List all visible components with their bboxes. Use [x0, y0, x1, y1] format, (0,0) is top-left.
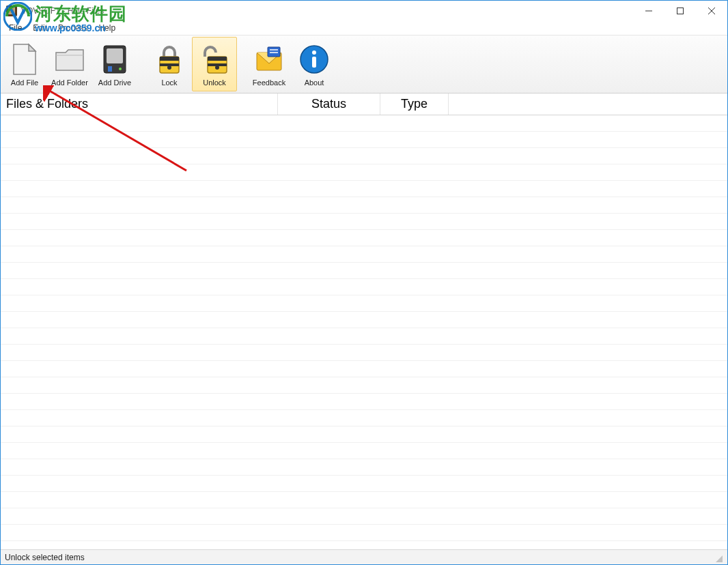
feedback-button[interactable]: Feedback — [247, 37, 292, 91]
menu-edit[interactable]: Edit — [27, 22, 53, 34]
menu-help[interactable]: Help — [93, 22, 121, 34]
close-button[interactable] — [696, 1, 727, 21]
file-icon — [8, 43, 41, 76]
file-list[interactable] — [1, 115, 727, 549]
menu-bar: File Edit Process Help — [1, 21, 727, 35]
envelope-icon — [253, 43, 285, 76]
toolbar-separator — [137, 37, 147, 91]
unlock-button[interactable]: Unlock — [192, 37, 237, 91]
table-header: Files & Folders Status Type — [1, 93, 727, 115]
svg-point-16 — [215, 66, 219, 70]
column-status[interactable]: Status — [278, 93, 380, 115]
add-folder-button[interactable]: Add Folder — [47, 37, 92, 91]
svg-rect-7 — [108, 66, 112, 72]
svg-rect-2 — [677, 8, 684, 14]
minimize-icon — [645, 7, 653, 15]
add-folder-label: Add Folder — [51, 78, 88, 87]
drive-icon — [98, 43, 131, 76]
menu-process[interactable]: Process — [53, 22, 93, 34]
toolbar: Add File Add Folder Add Drive — [1, 35, 727, 93]
folder-icon — [53, 43, 86, 76]
svg-rect-6 — [107, 48, 123, 63]
minimize-button[interactable] — [633, 1, 664, 21]
svg-point-22 — [312, 50, 316, 55]
title-bar: VOVSOFT - Hide Files — [1, 1, 727, 21]
close-icon — [708, 7, 716, 15]
maximize-icon — [676, 7, 684, 15]
add-drive-label: Add Drive — [98, 78, 131, 87]
info-icon — [298, 43, 331, 76]
window-controls — [633, 1, 727, 21]
column-files[interactable]: Files & Folders — [1, 93, 278, 115]
add-drive-button[interactable]: Add Drive — [92, 37, 137, 91]
maximize-button[interactable] — [664, 1, 696, 21]
toolbar-separator-2 — [237, 37, 247, 91]
unlock-label: Unlock — [203, 78, 226, 87]
grid-background — [1, 115, 727, 549]
unlock-icon — [198, 43, 231, 76]
status-bar: Unlock selected items — [1, 549, 727, 564]
svg-rect-18 — [268, 47, 280, 57]
resize-grip-icon[interactable] — [712, 552, 723, 563]
app-window: 河东软件园 www.pc0359.cn VOVSOFT - Hide Files… — [0, 0, 728, 565]
lock-icon — [153, 43, 186, 76]
column-spacer — [449, 93, 727, 115]
svg-rect-10 — [160, 57, 179, 61]
menu-file[interactable]: File — [3, 22, 27, 34]
svg-point-12 — [167, 66, 171, 70]
status-text: Unlock selected items — [5, 553, 85, 562]
svg-rect-14 — [208, 57, 227, 61]
column-type[interactable]: Type — [380, 93, 449, 115]
app-icon — [6, 5, 17, 16]
add-file-button[interactable]: Add File — [2, 37, 47, 91]
lock-button[interactable]: Lock — [147, 37, 192, 91]
window-title: VOVSOFT - Hide Files — [21, 6, 104, 16]
about-button[interactable]: About — [292, 37, 337, 91]
add-file-label: Add File — [11, 78, 38, 87]
svg-point-8 — [119, 68, 122, 70]
lock-label: Lock — [161, 78, 177, 87]
feedback-label: Feedback — [253, 78, 285, 87]
about-label: About — [305, 78, 324, 87]
svg-rect-23 — [312, 57, 316, 68]
